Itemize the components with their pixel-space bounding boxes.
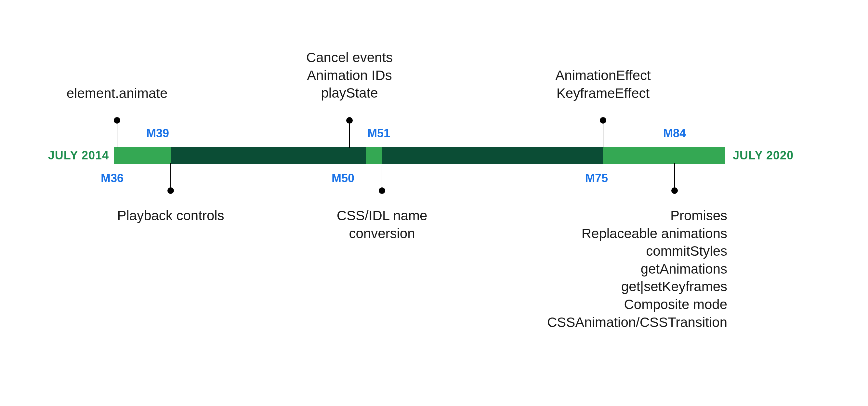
event-text-m75: AnimationEffect KeyframeEffect (555, 67, 651, 102)
event-line: get|setKeyframes (547, 278, 727, 296)
event-text-m84: Promises Replaceable animations commitSt… (547, 207, 727, 331)
event-line: commitStyles (547, 242, 727, 260)
event-dot-m36 (114, 117, 120, 124)
event-line: Promises (547, 207, 727, 225)
event-stem-m84 (674, 163, 675, 191)
event-stem-m39 (170, 163, 171, 191)
event-text-m50: CSS/IDL name conversion (337, 207, 428, 242)
event-line: playState (306, 84, 393, 102)
event-line: CSS/IDL name (337, 207, 428, 225)
event-dot-m75 (600, 117, 606, 124)
event-line: KeyframeEffect (555, 85, 651, 103)
event-dot-m51 (346, 117, 353, 124)
event-dot-m50 (379, 187, 385, 194)
timeline-diagram: JULY 2014 JULY 2020 M36 element.animate … (0, 0, 868, 406)
bar-segment-2 (171, 147, 366, 164)
event-stem-m50 (382, 163, 382, 191)
bar-segment-3 (366, 147, 382, 164)
event-stem-m75 (603, 120, 603, 148)
event-dot-m84 (671, 187, 678, 194)
event-stem-m51 (349, 120, 350, 148)
event-line: CSSAnimation/CSSTransition (547, 314, 727, 331)
event-line: Playback controls (117, 207, 224, 225)
event-dot-m39 (167, 187, 174, 194)
milestone-label-m84: M84 (663, 127, 686, 139)
event-line: Composite mode (547, 296, 727, 314)
event-line: AnimationEffect (555, 67, 651, 85)
event-text-m36: element.animate (67, 85, 168, 103)
event-line: getAnimations (547, 260, 727, 278)
event-line: Animation IDs (306, 67, 393, 85)
event-text-m39: Playback controls (117, 207, 224, 225)
bar-segment-1 (114, 147, 171, 164)
start-date-label: JULY 2014 (32, 147, 109, 164)
milestone-label-m50: M50 (332, 172, 354, 184)
bar-segment-4 (382, 147, 603, 164)
event-line: Replaceable animations (547, 225, 727, 243)
milestone-label-m39: M39 (146, 127, 169, 139)
event-line: Cancel events (306, 49, 393, 67)
end-date-label: JULY 2020 (733, 147, 794, 164)
bar-segment-5 (603, 147, 725, 164)
milestone-label-m36: M36 (101, 172, 124, 184)
event-line: conversion (337, 225, 428, 243)
event-line: element.animate (67, 85, 168, 103)
milestone-label-m75: M75 (585, 172, 608, 184)
event-text-m51: Cancel events Animation IDs playState (306, 49, 393, 102)
milestone-label-m51: M51 (367, 127, 390, 139)
event-stem-m36 (117, 120, 117, 148)
